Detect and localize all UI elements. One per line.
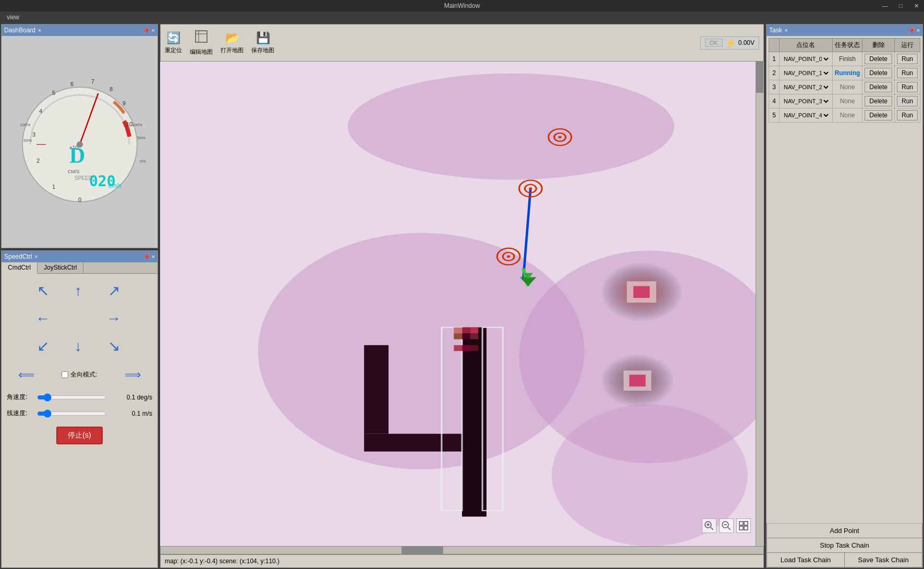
row-run-1: Run (894, 52, 920, 66)
run-btn-1[interactable]: Run (897, 54, 918, 64)
row-name-3[interactable]: NAV_POINT_2 (780, 80, 833, 94)
dashboard-close-icon[interactable]: × (152, 27, 155, 34)
row-status-2: Running (832, 66, 862, 80)
dir-down-button[interactable]: ↓ (64, 334, 93, 358)
svg-rect-25 (196, 31, 207, 42)
dir-up-button[interactable]: ↑ (64, 279, 93, 302)
up-arrow-icon: ↑ (75, 283, 82, 299)
close-button[interactable]: ✕ (908, 0, 924, 11)
svg-point-63 (529, 187, 532, 190)
speedctrl-title-left: SpeedCtrl × (4, 253, 38, 260)
dir-right-button[interactable]: → (100, 307, 128, 330)
stop-button[interactable]: 停止(s) (56, 427, 102, 444)
direction-grid: ↖ ↑ ↗ ← → (7, 279, 152, 358)
row-status-1: Finish (832, 52, 862, 66)
col-name: 点位名 (780, 39, 833, 52)
map-vertical-scrollbar[interactable] (756, 62, 764, 546)
map-area[interactable] (160, 62, 764, 546)
row-run-3: Run (894, 80, 920, 94)
speedctrl-pin-icon[interactable]: 📌 (143, 253, 150, 260)
dir-center-placeholder (64, 307, 93, 330)
load-task-chain-button[interactable]: Load Task Chain (767, 553, 845, 567)
voltage-indicator: OK ⚡ 0.00V (700, 37, 759, 50)
left-arrow-icon: ← (35, 310, 50, 327)
task-title-left: Task × (769, 27, 788, 34)
nav-point-select-3[interactable]: NAV_POINT_2 (782, 83, 830, 91)
run-btn-2[interactable]: Run (897, 68, 918, 78)
nav-point-select-5[interactable]: NAV_POINT_4 (782, 112, 830, 119)
toolbar-edit-button[interactable]: 编辑地图 (190, 30, 213, 56)
dir-downleft-button[interactable]: ↙ (29, 334, 57, 358)
downleft-arrow-icon: ↙ (37, 337, 49, 355)
svg-text:50%: 50% (137, 136, 145, 140)
map-hscroll-thumb (402, 547, 443, 554)
dir-upleft-button[interactable]: ↖ (29, 279, 57, 302)
svg-line-73 (728, 527, 731, 530)
dir-left-button[interactable]: ← (29, 307, 57, 330)
row-num-3: 3 (769, 80, 780, 94)
run-btn-5[interactable]: Run (897, 110, 918, 120)
minimize-button[interactable]: — (877, 0, 893, 11)
task-pin-icon[interactable]: 📌 (908, 27, 915, 34)
dashboard-pin-icon[interactable]: 📌 (143, 27, 150, 34)
add-point-button[interactable]: Add Point (767, 524, 922, 538)
dir-upright-button[interactable]: ↗ (100, 279, 128, 302)
center-area: 🔄 重定位 编辑地图 📂 打开地图 💾 保存地图 (159, 23, 765, 569)
delete-btn-4[interactable]: Delete (865, 96, 892, 106)
run-btn-3[interactable]: Run (897, 82, 918, 92)
task-table: 点位名 任务状态 删除 运行 1 NAV_POINT_0 (769, 38, 920, 123)
open-icon: 📂 (225, 31, 239, 45)
row-name-4[interactable]: NAV_POINT_3 (780, 94, 833, 108)
tab-cmdctrl[interactable]: CmdCtrl (2, 262, 38, 274)
run-btn-4[interactable]: Run (897, 96, 918, 106)
nav-point-select-4[interactable]: NAV_POINT_3 (782, 98, 830, 105)
toolbar-save-button[interactable]: 💾 保存地图 (251, 31, 274, 54)
row-name-5[interactable]: NAV_POINT_4 (780, 108, 833, 123)
toolbar-save-label: 保存地图 (251, 46, 274, 54)
angle-speed-slider[interactable] (37, 393, 106, 402)
dashboard-titlebar: DashBoard × 📌 × (2, 25, 157, 36)
zoom-in-button[interactable] (702, 518, 716, 533)
delete-btn-5[interactable]: Delete (865, 110, 892, 120)
speedctrl-close-icon[interactable]: × (152, 253, 155, 260)
delete-btn-1[interactable]: Delete (865, 54, 892, 64)
row-delete-4: Delete (862, 94, 895, 108)
omni-mode-checkbox[interactable] (62, 371, 68, 378)
toolbar-reset-button[interactable]: 🔄 重定位 (165, 31, 182, 54)
tab-joystickctrl[interactable]: JoyStickCtrl (38, 262, 83, 273)
row-status-5: None (832, 108, 862, 123)
toolbar-open-label: 打开地图 (221, 46, 244, 54)
dir-leftbar-button[interactable]: ⟸ (12, 363, 41, 386)
delete-btn-2[interactable]: Delete (865, 68, 892, 78)
dir-downright-button[interactable]: ↘ (100, 334, 128, 358)
map-horizontal-scrollbar[interactable] (160, 546, 764, 554)
fit-view-button[interactable] (736, 518, 751, 533)
row-name-1[interactable]: NAV_POINT_0 (780, 52, 833, 66)
svg-rect-39 (454, 328, 462, 333)
nav-point-select-1[interactable]: NAV_POINT_0 (782, 55, 830, 63)
zoom-out-button[interactable] (719, 518, 734, 533)
menu-item-view[interactable]: view (3, 14, 23, 21)
delete-btn-3[interactable]: Delete (865, 82, 892, 92)
task-close-tab[interactable]: × (785, 28, 788, 33)
col-delete: 删除 (862, 39, 895, 52)
svg-text:5: 5 (52, 90, 55, 96)
stop-task-chain-button[interactable]: Stop Task Chain (767, 538, 922, 553)
speedctrl-close-tab[interactable]: × (34, 254, 38, 260)
row-name-2[interactable]: NAV_POINT_1 (780, 66, 833, 80)
toolbar-reset-label: 重定位 (165, 46, 182, 54)
maximize-button[interactable]: □ (893, 0, 908, 11)
save-icon: 💾 (256, 31, 270, 45)
line-speed-slider[interactable] (37, 409, 106, 418)
dashboard-close-tab[interactable]: × (38, 28, 41, 33)
toolbar-open-button[interactable]: 📂 打开地图 (221, 31, 244, 54)
omni-mode-label: 全向模式: (70, 370, 97, 379)
task-close-icon[interactable]: × (917, 27, 920, 34)
nav-point-select-2[interactable]: NAV_POINT_1 (782, 69, 830, 77)
dashboard-title-label: DashBoard (4, 27, 35, 34)
left-panel: DashBoard × 📌 × (0, 23, 159, 569)
window-title: MainWindow (444, 2, 480, 9)
dir-rightbar-button[interactable]: ⟹ (118, 363, 147, 386)
save-task-chain-button[interactable]: Save Task Chain (845, 553, 922, 567)
col-run: 运行 (894, 39, 920, 52)
